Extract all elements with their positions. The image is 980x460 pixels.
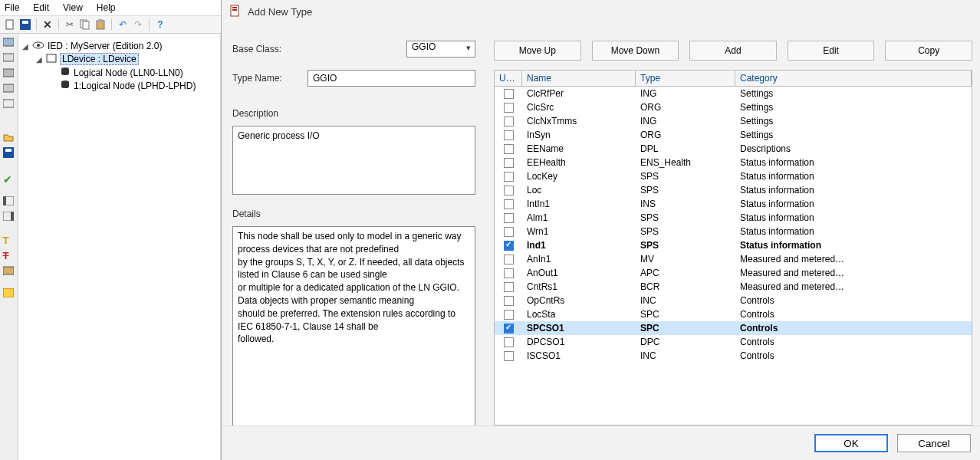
row-checkbox[interactable] [504, 255, 514, 264]
table-row[interactable]: LocSPSStatus information [495, 183, 972, 197]
row-checkbox[interactable] [504, 186, 514, 196]
menu-help[interactable]: Help [97, 2, 116, 13]
redo-icon[interactable]: ↷ [131, 18, 145, 31]
col-header-use[interactable]: U… [495, 71, 522, 86]
description-textarea[interactable]: Generic process I/O [232, 126, 475, 195]
row-checkbox[interactable] [504, 172, 514, 182]
row-category: Descriptions [735, 143, 972, 154]
help-icon[interactable]: ? [153, 18, 167, 31]
col-header-category[interactable]: Category [735, 71, 972, 86]
side-text-off-icon[interactable]: T [3, 250, 15, 262]
row-checkbox[interactable] [504, 310, 514, 320]
table-row[interactable]: LocKeySPSStatus information [495, 169, 972, 183]
menu-view[interactable]: View [63, 2, 83, 13]
row-type: DPL [636, 143, 735, 154]
table-row[interactable]: EENameDPLDescriptions [495, 142, 972, 156]
row-type: INS [636, 199, 735, 209]
table-row[interactable]: DPCSO1DPCControls [495, 335, 972, 349]
edit-button[interactable]: Edit [788, 41, 875, 61]
table-row[interactable]: CntRs1BCRMeasured and metered… [495, 280, 972, 294]
row-checkbox[interactable] [504, 296, 514, 306]
row-checkbox[interactable] [504, 117, 514, 127]
table-row[interactable]: Wrn1SPSStatus information [495, 225, 972, 238]
row-checkbox[interactable] [504, 144, 514, 154]
table-row[interactable]: AnIn1MVMeasured and metered… [495, 252, 972, 266]
side-misc-icon[interactable] [3, 265, 15, 278]
collapse-icon[interactable]: ◢ [35, 55, 43, 64]
row-type: SPS [636, 185, 735, 196]
table-row[interactable]: ClcSrcORGSettings [495, 100, 972, 114]
row-checkbox[interactable] [504, 241, 514, 251]
row-checkbox[interactable] [504, 324, 514, 334]
side-icon-4[interactable] [3, 83, 15, 95]
row-checkbox[interactable] [504, 227, 514, 237]
table-row[interactable]: ISCSO1INCControls [495, 349, 972, 363]
row-checkbox[interactable] [504, 213, 514, 223]
row-checkbox[interactable] [504, 103, 514, 113]
row-checkbox[interactable] [504, 199, 514, 209]
side-open-icon[interactable] [3, 132, 15, 144]
side-icon-2[interactable] [3, 52, 15, 64]
table-row[interactable]: ClcRfPerINGSettings [495, 87, 972, 100]
base-class-select[interactable]: GGIO [406, 41, 475, 58]
table-row[interactable]: OpCntRsINCControls [495, 294, 972, 307]
side-highlight-icon[interactable] [3, 288, 15, 301]
side-icon-3[interactable] [3, 67, 15, 80]
table-row[interactable]: AnOut1APCMeasured and metered… [495, 266, 972, 280]
side-dock-right-icon[interactable] [3, 212, 15, 224]
table-row[interactable]: SPCSO1SPCControls [495, 321, 972, 335]
tree-ldevice[interactable]: ◢ LDevice : LDevice [35, 52, 217, 66]
copy-button[interactable]: Copy [885, 41, 972, 61]
tree-node-lphd[interactable]: 1:Logical Node (LPHD-LPHD) [49, 79, 217, 92]
row-checkbox[interactable] [504, 351, 514, 361]
menu-file[interactable]: File [5, 2, 19, 13]
table-row[interactable]: IntIn1INSStatus information [495, 197, 972, 211]
side-icon-1[interactable] [3, 37, 15, 49]
table-row[interactable]: InSynORGSettings [495, 128, 972, 142]
move-up-button[interactable]: Move Up [494, 41, 581, 61]
paste-icon[interactable] [94, 18, 107, 31]
add-button[interactable]: Add [689, 41, 777, 61]
tree-root-label: IED : MyServer (Edition 2.0) [48, 41, 162, 51]
collapse-icon[interactable]: ◢ [21, 42, 29, 51]
col-header-name[interactable]: Name [522, 71, 636, 86]
side-icon-5[interactable] [3, 98, 15, 110]
svg-rect-19 [3, 288, 14, 297]
tree-root[interactable]: ◢ IED : MyServer (Edition 2.0) [21, 40, 217, 52]
side-dock-left-icon[interactable] [3, 196, 15, 209]
row-name: CntRs1 [522, 281, 636, 292]
col-header-type[interactable]: Type [636, 71, 735, 86]
row-checkbox[interactable] [504, 130, 514, 140]
data-objects-grid[interactable]: U… Name Type Category ClcRfPerINGSetting… [494, 70, 972, 426]
delete-icon[interactable]: ✕ [41, 18, 54, 31]
cut-icon[interactable]: ✂ [63, 18, 77, 31]
save-icon[interactable] [18, 18, 32, 31]
tree-node-lln0[interactable]: Logical Node (LLN0-LLN0) [49, 66, 217, 79]
table-row[interactable]: ClcNxTmmsINGSettings [495, 114, 972, 128]
table-row[interactable]: LocStaSPCControls [495, 307, 972, 321]
menu-edit[interactable]: Edit [33, 2, 49, 13]
side-check-icon[interactable]: ✔ [3, 173, 15, 186]
row-checkbox[interactable] [504, 89, 514, 99]
table-row[interactable]: Ind1SPSStatus information [495, 238, 972, 252]
copy-icon[interactable] [78, 18, 92, 31]
row-checkbox[interactable] [504, 268, 514, 278]
cancel-button[interactable]: Cancel [897, 434, 971, 452]
svg-rect-30 [232, 7, 237, 8]
new-icon[interactable] [3, 18, 17, 31]
svg-rect-31 [232, 9, 237, 11]
tree-node-label: 1:Logical Node (LPHD-LPHD) [74, 80, 196, 91]
table-row[interactable]: EEHealthENS_HealthStatus information [495, 156, 972, 169]
svg-rect-13 [5, 149, 12, 152]
ok-button[interactable]: OK [814, 434, 888, 452]
row-checkbox[interactable] [504, 282, 514, 292]
details-textarea[interactable]: This node shall be used only to model in… [232, 226, 475, 426]
move-down-button[interactable]: Move Down [592, 41, 679, 61]
row-checkbox[interactable] [504, 337, 514, 347]
undo-icon[interactable]: ↶ [116, 18, 130, 31]
side-text-icon[interactable]: T [3, 235, 15, 247]
type-name-input[interactable] [307, 70, 475, 87]
row-checkbox[interactable] [504, 158, 514, 168]
side-save-icon[interactable] [3, 147, 15, 159]
table-row[interactable]: Alm1SPSStatus information [495, 211, 972, 225]
